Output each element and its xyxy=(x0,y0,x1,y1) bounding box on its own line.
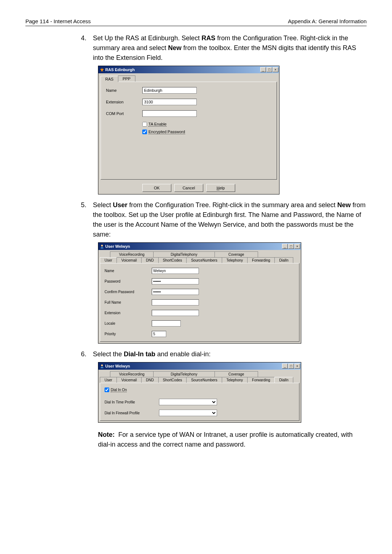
minimize-button[interactable]: _ xyxy=(282,364,288,369)
tab-ppp[interactable]: PPP xyxy=(118,75,135,82)
user-locale-input[interactable] xyxy=(152,320,181,327)
dialin-on-checkbox[interactable] xyxy=(105,387,109,392)
tab-dnd[interactable]: DND xyxy=(141,257,159,263)
step-4: 4. Set Up the RAS at Edinburgh. Select R… xyxy=(80,33,367,63)
step-5-num: 5. xyxy=(80,200,93,239)
tab-dialin[interactable]: DialIn xyxy=(274,377,293,383)
tab-digitaltelephony[interactable]: DigitalTelephony xyxy=(153,371,215,377)
svg-point-2 xyxy=(101,365,103,366)
svg-marker-0 xyxy=(100,67,104,72)
tab-shortcodes[interactable]: ShortCodes xyxy=(158,257,187,263)
note-label: Note: xyxy=(98,431,115,438)
minimize-button[interactable]: _ xyxy=(282,244,288,249)
tab-coverage[interactable]: Coverage xyxy=(215,371,258,377)
user-password-input[interactable] xyxy=(152,278,199,284)
tab-forwarding[interactable]: Forwarding xyxy=(247,257,275,263)
close-button[interactable]: × xyxy=(294,244,300,249)
user-fullname-input[interactable] xyxy=(152,299,199,305)
user-confirm-password-label: Confirm Password xyxy=(105,290,152,294)
close-button[interactable]: × xyxy=(294,364,300,369)
tab-sourcenumbers[interactable]: SourceNumbers xyxy=(186,257,222,263)
ras-comport-label: COM Port xyxy=(106,111,142,116)
tab-coverage[interactable]: Coverage xyxy=(215,251,258,257)
close-button[interactable]: × xyxy=(273,67,278,72)
tab-dnd[interactable]: DND xyxy=(141,377,159,383)
step-6-text: Select the Dial-In tab and enable dial-i… xyxy=(93,349,367,359)
tab-user[interactable]: User xyxy=(100,257,117,263)
ras-name-input[interactable] xyxy=(142,87,197,94)
tab-sourcenumbers[interactable]: SourceNumbers xyxy=(186,377,222,383)
title-bar[interactable]: User Welwyn _ □ × xyxy=(98,243,301,250)
ras-comport-input[interactable] xyxy=(142,110,197,117)
user-extension-label: Extension xyxy=(105,311,152,315)
user-dialog2-title: User Welwyn xyxy=(105,364,130,368)
user-name-input[interactable] xyxy=(152,268,199,274)
star-icon xyxy=(100,67,104,72)
ras-extension-input[interactable] xyxy=(142,99,197,105)
tab-telephony[interactable]: Telephony xyxy=(222,377,248,383)
dialin-on-label: Dial In On xyxy=(111,388,127,392)
tab-telephony[interactable]: Telephony xyxy=(222,257,248,263)
cancel-button[interactable]: Cancel xyxy=(174,184,203,192)
title-bar[interactable]: User Welwyn _ □ × xyxy=(98,362,301,370)
minimize-button[interactable]: _ xyxy=(260,67,266,72)
user-welwyn-dialog-2: User Welwyn _ □ × VoiceRecording Digital… xyxy=(98,362,301,423)
ras-extension-label: Extension xyxy=(106,100,142,104)
header-left: Page 114 - Internet Access xyxy=(25,18,91,24)
step-6-num: 6. xyxy=(80,349,93,359)
maximize-button[interactable]: □ xyxy=(266,67,272,72)
tab-voicerecording[interactable]: VoiceRecording xyxy=(110,251,154,257)
page-header: Page 114 - Internet Access Appendix A: G… xyxy=(25,18,367,26)
step-4-text: Set Up the RAS at Edinburgh. Select RAS … xyxy=(93,33,367,63)
tab-user[interactable]: User xyxy=(100,377,117,383)
step-5: 5. Select User from the Configuration Tr… xyxy=(80,200,367,239)
encrypted-password-checkbox[interactable] xyxy=(142,130,147,134)
step-4-num: 4. xyxy=(80,33,93,63)
user-extension-input[interactable] xyxy=(152,310,199,316)
help-button[interactable]: Help xyxy=(206,184,235,192)
ok-button[interactable]: OK xyxy=(142,184,171,192)
tab-dialin[interactable]: DialIn xyxy=(274,257,293,263)
tab-voicemail[interactable]: Voicemail xyxy=(117,257,142,263)
ta-enable-label: TA Enable xyxy=(148,122,167,127)
dialin-firewall-profile-label: Dial In Firewall Profile xyxy=(105,411,159,415)
title-bar[interactable]: RAS Edinburgh _ □ × xyxy=(98,66,279,73)
maximize-button[interactable]: □ xyxy=(288,244,294,249)
encrypted-password-label: Encrypted Password xyxy=(148,130,185,134)
user-icon xyxy=(100,244,104,249)
user-welwyn-dialog-1: User Welwyn _ □ × VoiceRecording Digital… xyxy=(98,242,301,344)
user-password-label: Password xyxy=(105,279,152,283)
maximize-button[interactable]: □ xyxy=(288,364,294,369)
user-icon xyxy=(100,364,104,368)
user-priority-label: Priority xyxy=(105,332,152,336)
user-locale-label: Locale xyxy=(105,321,152,325)
dialin-firewall-profile-select[interactable] xyxy=(159,410,217,416)
user-fullname-label: Full Name xyxy=(105,300,152,304)
dialin-time-profile-select[interactable] xyxy=(159,399,217,405)
svg-point-1 xyxy=(101,245,103,247)
user-dialog1-title: User Welwyn xyxy=(105,244,130,249)
ras-edinburgh-dialog: RAS Edinburgh _ □ × RAS PPP Name Extensi… xyxy=(98,66,279,194)
tab-voicemail[interactable]: Voicemail xyxy=(117,377,142,383)
header-right: Appendix A: General Information xyxy=(288,18,367,24)
tab-ras[interactable]: RAS xyxy=(101,76,118,82)
ta-enable-checkbox[interactable] xyxy=(142,122,147,127)
step-6: 6. Select the Dial-In tab and enable dia… xyxy=(80,349,367,359)
tab-forwarding[interactable]: Forwarding xyxy=(247,377,275,383)
note-text: For a service type of WAN or Intranet, a… xyxy=(98,431,353,448)
tab-voicerecording[interactable]: VoiceRecording xyxy=(110,371,154,377)
user-priority-input[interactable] xyxy=(152,331,166,337)
user-confirm-password-input[interactable] xyxy=(152,289,199,295)
ras-name-label: Name xyxy=(106,88,142,93)
ras-dialog-title: RAS Edinburgh xyxy=(105,67,135,72)
note-block: Note: For a service type of WAN or Intra… xyxy=(98,430,367,450)
step-5-text: Select User from the Configuration Tree.… xyxy=(93,200,367,239)
tab-shortcodes[interactable]: ShortCodes xyxy=(158,377,187,383)
user-name-label: Name xyxy=(105,269,152,273)
dialin-time-profile-label: Dial In Time Profile xyxy=(105,400,159,404)
tab-digitaltelephony[interactable]: DigitalTelephony xyxy=(153,251,215,257)
